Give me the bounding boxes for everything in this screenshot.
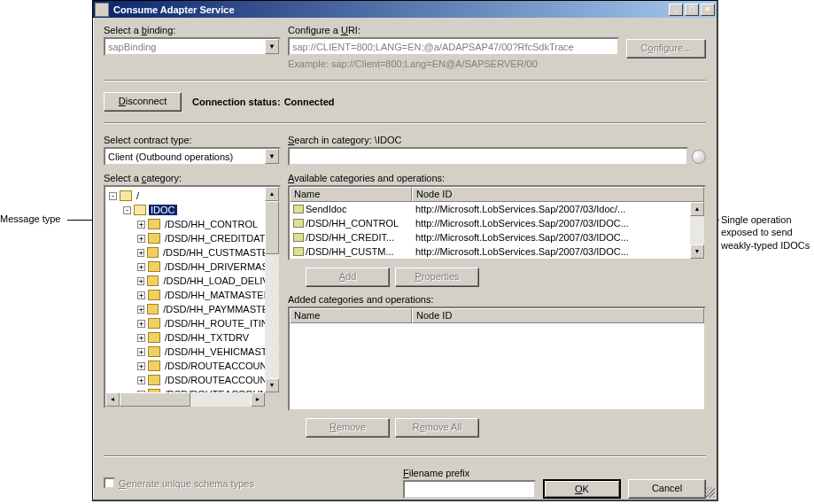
tree-item[interactable]: +/DSD/ROUTEACCOUNT xyxy=(107,359,277,373)
col-nodeid[interactable]: Node ID xyxy=(412,187,704,202)
scroll-down-icon[interactable]: ▼ xyxy=(265,378,279,392)
uri-value: sap://CLIENT=800;LANG=EN;@a/ADAPSAP47/00… xyxy=(292,42,574,52)
tree-item-idoc[interactable]: -IDOC xyxy=(107,203,277,217)
scroll-up-icon[interactable]: ▲ xyxy=(265,187,279,201)
binding-combo[interactable]: sapBinding ▼ xyxy=(104,37,281,56)
disconnect-button[interactable]: Disconnect xyxy=(104,92,182,112)
properties-button[interactable]: Properties xyxy=(395,268,479,287)
configure-button[interactable]: Configure... xyxy=(626,39,706,58)
divider-3 xyxy=(104,455,706,457)
dialog-content: Select a binding: sapBinding ▼ Configure… xyxy=(93,18,717,504)
add-button[interactable]: Add xyxy=(306,268,390,287)
tree-item[interactable]: +/DSD/HH_PAYMMASTER xyxy=(107,302,277,316)
ok-button[interactable]: OK xyxy=(543,479,621,499)
contract-label: Select contract type: xyxy=(104,135,281,145)
operation-icon xyxy=(293,233,304,242)
scroll-right-icon[interactable]: ► xyxy=(251,392,265,407)
contract-combo[interactable]: Client (Outbound operations) ▼ xyxy=(104,147,281,166)
dialog-window: Consume Adapter Service _ □ × Select a b… xyxy=(92,0,718,501)
scroll-up-icon[interactable]: ▲ xyxy=(690,202,704,216)
schema-label: Generate unique schema types xyxy=(119,478,254,489)
resize-grip-icon[interactable] xyxy=(704,487,715,498)
col-nodeid[interactable]: Node ID xyxy=(412,308,704,323)
minimize-button[interactable]: _ xyxy=(669,4,683,16)
maximize-button[interactable]: □ xyxy=(685,4,699,16)
available-label: Available categories and operations: xyxy=(288,173,706,183)
remove-button[interactable]: Remove xyxy=(306,418,390,438)
schema-checkbox[interactable] xyxy=(104,477,115,489)
tree-item[interactable]: +/DSD/HH_LOAD_DELIVE xyxy=(107,274,277,288)
window-icon xyxy=(95,3,109,17)
ops-scrollbar-v[interactable]: ▲ ▼ xyxy=(690,202,704,259)
chevron-down-icon: ▼ xyxy=(265,39,279,54)
tree-item[interactable]: +/DSD/HH_TXTDRV xyxy=(107,330,277,345)
list-item[interactable]: /DSD/HH_CONTROLhttp://Microsoft.LobServi… xyxy=(290,216,704,230)
filename-label: Filename prefix xyxy=(403,468,536,478)
connection-status: Connection status:Connected xyxy=(192,97,334,107)
list-item[interactable]: /DSD/HH_CUSTM...http://Microsoft.LobServ… xyxy=(290,244,704,259)
remove-all-button[interactable]: Remove All xyxy=(395,418,479,438)
available-listview[interactable]: Name Node ID SendIdochttp://Microsoft.Lo… xyxy=(288,185,706,260)
list-item[interactable]: SendIdochttp://Microsoft.LobServices.Sap… xyxy=(290,202,704,216)
category-tree[interactable]: -/-IDOC+/DSD/HH_CONTROL+/DSD/HH_CREDITDA… xyxy=(104,185,281,408)
search-go-icon[interactable] xyxy=(692,150,706,164)
tree-item[interactable]: +/DSD/HH_ROUTE_ITINE xyxy=(107,316,277,330)
col-name[interactable]: Name xyxy=(290,187,412,202)
filename-input[interactable] xyxy=(403,480,536,499)
tree-scrollbar-h[interactable]: ◄ ► xyxy=(105,392,265,407)
tree-item[interactable]: +/DSD/HH_VEHICMAST xyxy=(107,345,277,359)
tree-scrollbar-v[interactable]: ▲ ▼ xyxy=(265,187,279,407)
added-listview[interactable]: Name Node ID xyxy=(288,306,706,411)
tree-root[interactable]: -/ xyxy=(107,189,277,203)
close-button[interactable]: × xyxy=(701,4,715,16)
tree-item[interactable]: +/DSD/ROUTEACCOUNT xyxy=(107,373,277,387)
added-label: Added categories and operations: xyxy=(288,294,706,305)
binding-value: sapBinding xyxy=(108,42,156,52)
titlebar[interactable]: Consume Adapter Service _ □ × xyxy=(93,1,717,18)
scroll-down-icon[interactable]: ▼ xyxy=(690,244,704,259)
annotation-single-operation: Single operation exposed to send weakly-… xyxy=(721,213,814,252)
uri-example: Example: sap://Client=800;Lang=EN@A/SAPS… xyxy=(288,58,619,69)
divider-1 xyxy=(104,80,706,81)
category-label: Select a category: xyxy=(104,173,281,183)
window-title: Consume Adapter Service xyxy=(112,4,669,15)
tree-item[interactable]: +/DSD/HH_CONTROL xyxy=(107,217,277,231)
contract-value: Client (Outbound operations) xyxy=(108,151,233,162)
chevron-down-icon: ▼ xyxy=(265,149,279,164)
list-item[interactable]: /DSD/HH_CREDIT...http://Microsoft.LobSer… xyxy=(290,230,704,244)
uri-label: Configure a URI: xyxy=(288,25,619,35)
tree-item[interactable]: +/DSD/HH_CUSTMASTER xyxy=(107,245,277,260)
cancel-button[interactable]: Cancel xyxy=(628,479,706,499)
annotation-message-type: Message type xyxy=(0,213,84,224)
uri-textbox: sap://CLIENT=800;LANG=EN;@a/ADAPSAP47/00… xyxy=(288,37,619,56)
schema-checkbox-wrap[interactable]: Generate unique schema types xyxy=(104,477,396,489)
tree-item[interactable]: +/DSD/HH_DRIVERMAST xyxy=(107,260,277,274)
scroll-left-icon[interactable]: ◄ xyxy=(105,392,120,407)
tree-item[interactable]: +/DSD/HH_CREDITDATA xyxy=(107,231,277,245)
operation-icon xyxy=(293,247,304,256)
operation-icon xyxy=(293,205,304,213)
search-label: Search in category: \IDOC xyxy=(288,135,706,145)
tree-item[interactable]: +/DSD/HH_MATMASTER xyxy=(107,288,277,302)
search-input[interactable] xyxy=(288,147,688,166)
divider-2 xyxy=(104,122,706,124)
binding-label: Select a binding: xyxy=(104,25,281,35)
operation-icon xyxy=(293,219,304,228)
col-name[interactable]: Name xyxy=(290,308,412,323)
